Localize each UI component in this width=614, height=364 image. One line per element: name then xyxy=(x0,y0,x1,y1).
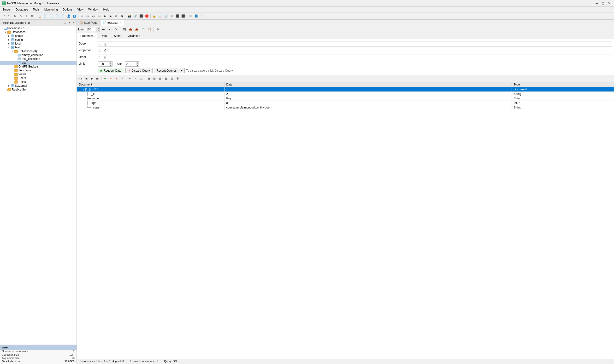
tb-btn-32[interactable]: ℹ xyxy=(199,13,205,19)
tb-btn-3[interactable]: ↻ xyxy=(13,13,18,19)
props-skip-down[interactable]: ▼ xyxy=(136,64,139,66)
query-filter[interactable]: ▼ xyxy=(107,27,112,32)
limit-spin-up[interactable]: ▲ xyxy=(96,27,99,29)
tb-btn-refresh[interactable]: ⟳ xyxy=(30,13,35,19)
requery-button[interactable]: ▶ Requery Data xyxy=(98,68,124,73)
tb-btn-8[interactable]: 📄 xyxy=(55,13,60,19)
table-row-age[interactable]: ├─ age 8 Int32 xyxy=(77,101,614,105)
tb-btn-22[interactable]: ⬛ xyxy=(138,13,144,19)
tb-btn-23[interactable]: 🛑 xyxy=(144,13,149,19)
props-skip-up[interactable]: ▲ xyxy=(136,62,139,64)
arrow-config[interactable]: ▶ xyxy=(7,39,11,41)
db-explorer-down[interactable]: ▼ xyxy=(67,21,71,24)
discard-button[interactable]: ✕ Discard Query xyxy=(126,68,153,73)
query-input-area[interactable]: 1 {} xyxy=(98,41,612,46)
data-edit[interactable]: ✎ xyxy=(120,76,125,81)
expand-arrow-1[interactable]: ▶ xyxy=(79,88,81,91)
tb-btn-1[interactable]: ↩ xyxy=(1,13,6,19)
arrow-localhost[interactable]: ▼ xyxy=(0,27,4,29)
tb-btn-31[interactable]: 📘 xyxy=(194,13,199,19)
tb-btn-13[interactable]: ▭ xyxy=(85,13,90,19)
tab-data[interactable]: Data xyxy=(97,33,110,39)
tb-btn-33[interactable]: → xyxy=(205,13,210,19)
tree-node-gridfs[interactable]: ▶ GridFS Buckets xyxy=(0,65,77,68)
db-explorer-up[interactable]: ▲ xyxy=(63,21,67,24)
tree-node-collections[interactable]: ▼ Collections (3) xyxy=(0,49,77,53)
tb-btn-10[interactable]: 👤 xyxy=(66,13,71,19)
data-collapse[interactable]: ⊟ xyxy=(152,76,157,81)
data-edit-field[interactable]: △ xyxy=(139,76,144,81)
arrow-databases[interactable]: ▼ xyxy=(4,31,7,33)
tab-stats[interactable]: Stats xyxy=(110,33,124,39)
data-remove-field[interactable]: − xyxy=(133,76,138,81)
tab-test-user[interactable]: 📄 test.user ✕ xyxy=(100,20,124,26)
tree-node-databases[interactable]: ▼ Databases xyxy=(0,30,77,34)
tree-node-replicaset[interactable]: ▶ Replica Set xyxy=(0,88,77,91)
tb-btn-15[interactable]: ▭ xyxy=(97,13,102,19)
menu-options[interactable]: Options xyxy=(60,7,75,12)
tb-btn-17[interactable]: ▶ xyxy=(108,13,113,19)
query-import[interactable]: 📥 xyxy=(134,27,139,32)
arrow-external[interactable]: ▶ xyxy=(7,85,11,87)
data-text-view[interactable]: ▤ xyxy=(169,76,174,81)
tb-btn-11[interactable]: 👥 xyxy=(72,13,77,19)
tree-node-user[interactable]: ▶ user xyxy=(0,61,77,65)
tb-btn-16[interactable]: ▶ xyxy=(102,13,108,19)
recent-queries-button[interactable]: Recent Queries xyxy=(154,68,179,73)
tree-node-config[interactable]: ▶ config xyxy=(0,38,77,42)
data-last[interactable]: ⏭ xyxy=(95,76,100,81)
data-prev[interactable]: ◀ xyxy=(84,76,89,81)
tb-btn-30[interactable]: ⚙ xyxy=(188,13,193,19)
table-row-1[interactable]: ▶ − [1] (id="2") Document xyxy=(77,87,614,92)
tb-btn-24[interactable]: 🔒 xyxy=(152,13,157,19)
tab-properties[interactable]: Properties xyxy=(77,33,97,39)
query-paste[interactable]: 📋 xyxy=(147,27,152,32)
menu-window[interactable]: Window xyxy=(86,7,101,12)
tree-node-localhost[interactable]: ▼ localhost:27017 xyxy=(0,26,77,30)
props-limit-up[interactable]: ▲ xyxy=(109,62,112,64)
tree-node-test-collection[interactable]: ▶ test_collection xyxy=(0,57,77,61)
projection-input-area[interactable]: 1 {} xyxy=(98,48,612,53)
tab-start-page[interactable]: 🏠 Start Page xyxy=(77,20,100,26)
data-first[interactable]: ⏮ xyxy=(78,76,83,81)
menu-tools[interactable]: Tools xyxy=(30,7,42,12)
minimize-button[interactable]: ─ xyxy=(594,1,600,6)
tb-btn-edit[interactable]: ✎ xyxy=(18,13,24,19)
arrow-admin[interactable]: ▶ xyxy=(7,35,11,37)
data-clone[interactable]: 🔺 xyxy=(114,76,119,81)
query-export[interactable]: 📤 xyxy=(128,27,133,32)
tb-btn-18[interactable]: ⊕ xyxy=(114,13,119,19)
tree-node-empty-collection[interactable]: ▶ empty_collection xyxy=(0,53,77,57)
menu-view[interactable]: View xyxy=(75,7,86,12)
menu-database[interactable]: Database xyxy=(13,7,30,12)
tree-node-roles[interactable]: ▶ Roles xyxy=(0,80,77,84)
tb-btn-12[interactable]: ▭ xyxy=(79,13,84,19)
tb-btn-5[interactable]: 📋 xyxy=(37,13,42,19)
arrow-test[interactable]: ▼ xyxy=(7,46,11,49)
tb-btn-26[interactable]: 📊 xyxy=(163,13,168,19)
db-explorer-close[interactable]: ✕ xyxy=(72,21,75,24)
properties-skip-input[interactable] xyxy=(125,62,136,66)
tab-validation[interactable]: Validation xyxy=(124,33,144,39)
menu-server[interactable]: Server xyxy=(0,7,13,12)
tb-btn-9[interactable]: 📄 xyxy=(60,13,66,19)
arrow-local[interactable]: ▶ xyxy=(7,42,11,45)
tree-node-admin[interactable]: ▶ admin xyxy=(0,34,77,38)
menu-monitoring[interactable]: Monitoring xyxy=(42,7,60,12)
tb-btn-edit2[interactable]: ✏ xyxy=(24,13,29,19)
data-add[interactable]: + xyxy=(102,76,108,81)
maximize-button[interactable]: □ xyxy=(600,1,605,6)
tree-node-users[interactable]: ▶ Users xyxy=(0,76,77,80)
data-next[interactable]: ▶ xyxy=(89,76,95,81)
limit-spin-down[interactable]: ▼ xyxy=(96,29,99,32)
tb-btn-21[interactable]: 🔗 xyxy=(133,13,138,19)
query-refresh[interactable]: ⟳ xyxy=(113,27,118,32)
tb-btn-19[interactable]: ◉ xyxy=(119,13,125,19)
table-row-name[interactable]: ├─ name Roy String xyxy=(77,96,614,101)
limit-input[interactable] xyxy=(85,27,96,31)
tb-btn-7[interactable]: 📄 xyxy=(49,13,54,19)
arrow-collections[interactable]: ▼ xyxy=(11,50,14,52)
table-row-class[interactable]: └─ _class com.example.mongodb.entity.Use… xyxy=(77,105,614,110)
data-add-field[interactable]: + xyxy=(127,76,132,81)
tb-btn-29[interactable]: ⬛ xyxy=(180,13,186,19)
